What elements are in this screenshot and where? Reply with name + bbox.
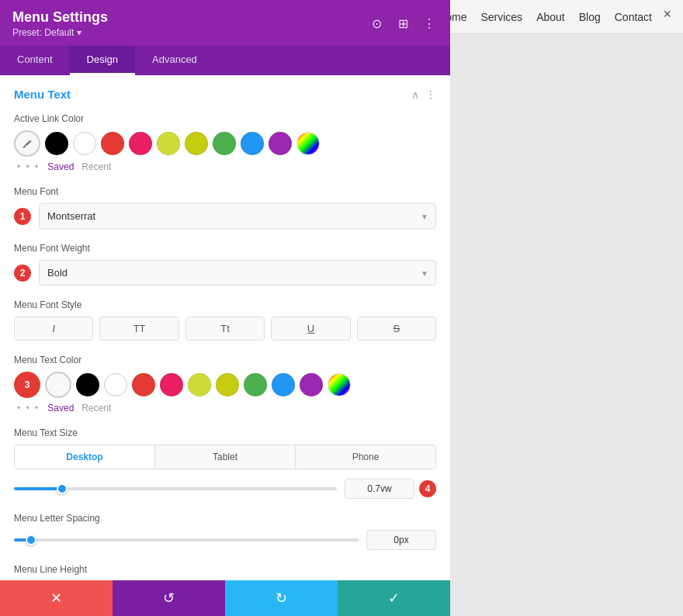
eyedropper-button[interactable] — [14, 130, 40, 157]
color-swatch-blue[interactable] — [241, 132, 264, 155]
settings-icon[interactable]: ⊙ — [368, 16, 385, 33]
color-swatch-green[interactable] — [213, 132, 236, 155]
text-size-value-input[interactable] — [345, 479, 414, 499]
panel-header-right: ⊙ ⊞ ⋮ — [368, 16, 438, 33]
section-collapse-icon[interactable]: ∧ — [411, 88, 419, 101]
tab-content[interactable]: Content — [0, 46, 70, 75]
device-tab-desktop[interactable]: Desktop — [15, 445, 155, 469]
color-swatch-black[interactable] — [45, 132, 68, 155]
section-actions: ∧ ⋮ — [411, 88, 436, 101]
field-number-2: 2 — [14, 265, 31, 282]
eyedropper-button-2[interactable] — [45, 372, 71, 398]
text-size-slider-thumb[interactable] — [57, 483, 68, 494]
letter-spacing-slider-row — [14, 530, 436, 550]
cancel-button[interactable]: ✕ — [0, 580, 113, 616]
color-swatch-yellow[interactable] — [185, 132, 208, 155]
letter-spacing-value-input[interactable] — [366, 530, 436, 550]
menu-font-label: Menu Font — [14, 186, 436, 197]
text-color-swatch-yellow[interactable] — [216, 373, 239, 396]
more-options-icon[interactable]: ⋮ — [421, 16, 438, 33]
redo-button[interactable]: ↻ — [225, 580, 338, 616]
letter-spacing-slider-track[interactable] — [14, 538, 359, 542]
menu-letter-spacing-field: Menu Letter Spacing — [14, 513, 436, 550]
text-color-swatch-purple[interactable] — [300, 373, 323, 396]
color-swatch-lime[interactable] — [157, 132, 180, 155]
color-saved-button[interactable]: Saved — [47, 161, 74, 172]
menu-font-style-label: Menu Font Style — [14, 299, 436, 310]
menu-text-color-swatches: 3 — [14, 372, 436, 398]
text-color-swatch-red[interactable] — [132, 373, 155, 396]
text-size-slider-fill — [14, 487, 62, 490]
color-dots: • • • — [17, 161, 40, 172]
active-link-color-label: Active Link Color — [14, 113, 436, 124]
active-link-color-field: Active Link Color — [14, 113, 436, 172]
panel-preset[interactable]: Preset: Default ▾ — [12, 27, 108, 38]
device-tab-phone[interactable]: Phone — [296, 445, 435, 469]
color-swatch-white[interactable] — [73, 132, 96, 155]
font-style-capitalize[interactable]: Tt — [185, 317, 265, 341]
menu-font-weight-select[interactable]: Bold Normal Light — [39, 260, 436, 286]
device-tab-tablet[interactable]: Tablet — [155, 445, 296, 469]
panel-title: Menu Settings — [12, 9, 108, 26]
menu-line-height-field: Menu Line Height — [14, 564, 436, 580]
panel-footer: ✕ ↺ ↻ ✓ — [0, 580, 450, 616]
text-color-swatch-pink[interactable] — [160, 373, 183, 396]
field-number-3: 3 — [14, 372, 40, 398]
letter-spacing-value-wrapper — [366, 530, 436, 550]
menu-font-style-field: Menu Font Style I TT Tt U S — [14, 299, 436, 341]
color-swatch-custom[interactable] — [296, 132, 320, 155]
device-tabs: Desktop Tablet Phone — [14, 445, 436, 469]
columns-icon[interactable]: ⊞ — [394, 16, 411, 33]
menu-font-weight-field: Menu Font Weight 2 Bold Normal Light ▼ — [14, 243, 436, 286]
panel-body: Menu Text ∧ ⋮ Active Link Color — [0, 75, 450, 580]
menu-font-field: Menu Font 1 Montserrat Roboto Open Sans … — [14, 186, 436, 229]
undo-button[interactable]: ↺ — [113, 580, 225, 616]
text-color-saved-button[interactable]: Saved — [47, 403, 74, 414]
panel-header: Menu Settings Preset: Default ▾ ⊙ ⊞ ⋮ — [0, 0, 450, 46]
section-more-icon[interactable]: ⋮ — [425, 88, 436, 101]
font-style-strikethrough[interactable]: S — [357, 317, 436, 341]
panel-header-left: Menu Settings Preset: Default ▾ — [12, 9, 108, 38]
font-style-uppercase[interactable]: TT — [99, 317, 179, 341]
color-swatch-red[interactable] — [101, 132, 124, 155]
nav-link-blog[interactable]: Blog — [579, 11, 601, 23]
text-color-recent-button[interactable]: Recent — [81, 403, 111, 414]
nav-link-about[interactable]: About — [536, 11, 565, 23]
color-recent-button[interactable]: Recent — [81, 161, 111, 172]
font-style-underline[interactable]: U — [271, 317, 350, 341]
text-color-swatch-green[interactable] — [244, 373, 267, 396]
nav-link-contact[interactable]: Contact — [615, 11, 652, 23]
window-close-button[interactable]: ✕ — [660, 6, 675, 22]
menu-text-color-label: Menu Text Color — [14, 355, 436, 365]
text-color-dots: • • • — [17, 403, 40, 414]
menu-font-weight-numbered: 2 Bold Normal Light ▼ — [14, 260, 436, 286]
text-size-slider-track[interactable] — [14, 487, 337, 490]
text-color-swatch-white[interactable] — [104, 373, 127, 396]
nav-links: Home Services About Blog Contact — [438, 11, 652, 23]
color-swatch-pink[interactable] — [129, 132, 152, 155]
menu-text-size-field: Menu Text Size Desktop Tablet Phone 4 — [14, 427, 436, 499]
save-button[interactable]: ✓ — [338, 580, 450, 616]
tab-design[interactable]: Design — [70, 46, 135, 75]
letter-spacing-slider-thumb[interactable] — [26, 535, 36, 545]
menu-text-size-label: Menu Text Size — [14, 427, 436, 438]
panel-tabs: Content Design Advanced — [0, 46, 450, 75]
menu-font-numbered: 1 Montserrat Roboto Open Sans ▼ — [14, 203, 436, 229]
color-swatch-purple[interactable] — [269, 132, 292, 155]
settings-panel: Menu Settings Preset: Default ▾ ⊙ ⊞ ⋮ Co… — [0, 0, 450, 616]
tab-advanced[interactable]: Advanced — [135, 46, 214, 75]
text-color-swatch-lime[interactable] — [188, 373, 211, 396]
menu-letter-spacing-label: Menu Letter Spacing — [14, 513, 436, 524]
text-color-swatch-black[interactable] — [76, 373, 99, 396]
text-size-slider-row: 4 — [14, 479, 436, 499]
text-size-value-wrapper: 4 — [345, 479, 436, 499]
section-header: Menu Text ∧ ⋮ — [14, 88, 436, 101]
color-row-footer: • • • Saved Recent — [14, 161, 436, 172]
text-color-swatch-custom[interactable] — [328, 373, 351, 396]
text-color-swatch-blue[interactable] — [272, 373, 295, 396]
font-style-buttons: I TT Tt U S — [14, 317, 436, 341]
text-color-row-footer: • • • Saved Recent — [14, 403, 436, 414]
menu-font-select[interactable]: Montserrat Roboto Open Sans — [39, 203, 436, 229]
font-style-italic[interactable]: I — [14, 317, 93, 341]
nav-link-services[interactable]: Services — [480, 11, 522, 23]
